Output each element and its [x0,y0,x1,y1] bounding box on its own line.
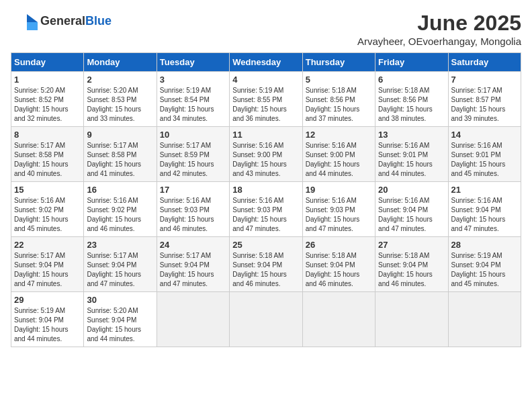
day-number: 10 [160,130,226,140]
day-info: Sunrise: 5:19 AMSunset: 9:04 PMDaylight:… [451,251,518,289]
calendar-week-row: 1Sunrise: 5:20 AMSunset: 8:52 PMDaylight… [11,72,521,127]
calendar-header-row: SundayMondayTuesdayWednesdayThursdayFrid… [11,53,521,72]
calendar-cell: 2Sunrise: 5:20 AMSunset: 8:53 PMDaylight… [84,72,157,127]
day-number: 17 [160,185,226,195]
calendar-cell: 3Sunrise: 5:19 AMSunset: 8:54 PMDaylight… [157,72,229,127]
calendar-cell: 4Sunrise: 5:19 AMSunset: 8:55 PMDaylight… [230,72,302,127]
day-info: Sunrise: 5:19 AMSunset: 8:54 PMDaylight:… [160,86,226,124]
day-number: 4 [232,75,299,85]
day-info: Sunrise: 5:18 AMSunset: 9:04 PMDaylight:… [232,251,299,289]
calendar-cell: 30Sunrise: 5:20 AMSunset: 9:04 PMDayligh… [84,292,157,347]
day-info: Sunrise: 5:18 AMSunset: 9:04 PMDaylight:… [378,251,445,289]
day-info: Sunrise: 5:17 AMSunset: 8:57 PMDaylight:… [451,86,518,124]
day-info: Sunrise: 5:16 AMSunset: 9:04 PMDaylight:… [451,196,518,234]
calendar-cell [302,292,375,347]
day-info: Sunrise: 5:19 AMSunset: 8:55 PMDaylight:… [232,86,299,124]
svg-marker-0 [27,14,38,22]
day-number: 9 [87,130,153,140]
day-info: Sunrise: 5:18 AMSunset: 8:56 PMDaylight:… [306,86,372,124]
day-info: Sunrise: 5:16 AMSunset: 9:03 PMDaylight:… [232,196,299,234]
calendar-cell: 28Sunrise: 5:19 AMSunset: 9:04 PMDayligh… [448,237,521,292]
calendar-cell: 20Sunrise: 5:16 AMSunset: 9:04 PMDayligh… [375,182,448,237]
day-number: 14 [451,130,518,140]
title-area: June 2025 Arvayheer, OEvoerhangay, Mongo… [357,11,521,47]
day-number: 25 [232,240,299,250]
day-number: 26 [306,240,372,250]
day-info: Sunrise: 5:17 AMSunset: 8:58 PMDaylight:… [87,141,153,179]
day-number: 12 [306,130,372,140]
page-header: GeneralBlue June 2025 Arvayheer, OEvoerh… [11,11,521,47]
day-number: 3 [160,75,226,85]
day-info: Sunrise: 5:16 AMSunset: 9:03 PMDaylight:… [160,196,226,234]
day-number: 22 [14,240,81,250]
day-info: Sunrise: 5:17 AMSunset: 9:04 PMDaylight:… [14,251,81,289]
day-info: Sunrise: 5:16 AMSunset: 9:03 PMDaylight:… [306,196,372,234]
calendar-cell: 27Sunrise: 5:18 AMSunset: 9:04 PMDayligh… [375,237,448,292]
day-number: 6 [378,75,445,85]
calendar-cell: 23Sunrise: 5:17 AMSunset: 9:04 PMDayligh… [84,237,157,292]
calendar-cell: 6Sunrise: 5:18 AMSunset: 8:56 PMDaylight… [375,72,448,127]
day-info: Sunrise: 5:18 AMSunset: 9:04 PMDaylight:… [306,251,372,289]
calendar-day-header: Sunday [11,53,84,72]
day-number: 5 [306,75,372,85]
day-number: 23 [87,240,153,250]
day-number: 15 [14,185,81,195]
calendar-day-header: Wednesday [230,53,302,72]
calendar-cell [230,292,302,347]
calendar-cell: 16Sunrise: 5:16 AMSunset: 9:02 PMDayligh… [84,182,157,237]
day-number: 13 [378,130,445,140]
day-number: 18 [232,185,299,195]
day-info: Sunrise: 5:16 AMSunset: 9:02 PMDaylight:… [14,196,81,234]
calendar-cell: 9Sunrise: 5:17 AMSunset: 8:58 PMDaylight… [84,127,157,182]
day-number: 29 [14,295,81,305]
calendar-cell: 24Sunrise: 5:17 AMSunset: 9:04 PMDayligh… [157,237,229,292]
calendar-cell: 19Sunrise: 5:16 AMSunset: 9:03 PMDayligh… [302,182,375,237]
svg-marker-1 [27,22,38,30]
day-info: Sunrise: 5:16 AMSunset: 9:02 PMDaylight:… [87,196,153,234]
day-info: Sunrise: 5:17 AMSunset: 8:58 PMDaylight:… [14,141,81,179]
logo-blue: Blue [85,14,112,28]
calendar-cell: 25Sunrise: 5:18 AMSunset: 9:04 PMDayligh… [230,237,302,292]
day-info: Sunrise: 5:18 AMSunset: 8:56 PMDaylight:… [378,86,445,124]
day-number: 16 [87,185,153,195]
calendar-cell [157,292,229,347]
calendar-body: 1Sunrise: 5:20 AMSunset: 8:52 PMDaylight… [11,72,521,347]
calendar-cell: 13Sunrise: 5:16 AMSunset: 9:01 PMDayligh… [375,127,448,182]
day-info: Sunrise: 5:17 AMSunset: 9:04 PMDaylight:… [87,251,153,289]
day-number: 28 [451,240,518,250]
day-info: Sunrise: 5:16 AMSunset: 9:00 PMDaylight:… [232,141,299,179]
calendar-cell: 21Sunrise: 5:16 AMSunset: 9:04 PMDayligh… [448,182,521,237]
calendar-cell [448,292,521,347]
calendar-table: SundayMondayTuesdayWednesdayThursdayFrid… [11,52,521,347]
day-number: 7 [451,75,518,85]
calendar-cell: 14Sunrise: 5:16 AMSunset: 9:01 PMDayligh… [448,127,521,182]
calendar-cell: 8Sunrise: 5:17 AMSunset: 8:58 PMDaylight… [11,127,84,182]
calendar-cell: 12Sunrise: 5:16 AMSunset: 9:00 PMDayligh… [302,127,375,182]
calendar-week-row: 22Sunrise: 5:17 AMSunset: 9:04 PMDayligh… [11,237,521,292]
calendar-title: June 2025 [357,11,521,36]
day-info: Sunrise: 5:17 AMSunset: 9:04 PMDaylight:… [160,251,226,289]
day-info: Sunrise: 5:16 AMSunset: 9:00 PMDaylight:… [306,141,372,179]
day-info: Sunrise: 5:20 AMSunset: 9:04 PMDaylight:… [87,306,153,344]
day-info: Sunrise: 5:16 AMSunset: 9:01 PMDaylight:… [378,141,445,179]
day-info: Sunrise: 5:19 AMSunset: 9:04 PMDaylight:… [14,306,81,344]
day-info: Sunrise: 5:20 AMSunset: 8:53 PMDaylight:… [87,86,153,124]
day-number: 19 [306,185,372,195]
calendar-cell: 1Sunrise: 5:20 AMSunset: 8:52 PMDaylight… [11,72,84,127]
day-number: 20 [378,185,445,195]
calendar-subtitle: Arvayheer, OEvoerhangay, Mongolia [357,36,521,47]
calendar-day-header: Tuesday [157,53,229,72]
calendar-cell: 5Sunrise: 5:18 AMSunset: 8:56 PMDaylight… [302,72,375,127]
calendar-cell: 29Sunrise: 5:19 AMSunset: 9:04 PMDayligh… [11,292,84,347]
calendar-week-row: 29Sunrise: 5:19 AMSunset: 9:04 PMDayligh… [11,292,521,347]
day-number: 24 [160,240,226,250]
day-info: Sunrise: 5:20 AMSunset: 8:52 PMDaylight:… [14,86,81,124]
calendar-day-header: Thursday [302,53,375,72]
day-number: 8 [14,130,81,140]
calendar-week-row: 8Sunrise: 5:17 AMSunset: 8:58 PMDaylight… [11,127,521,182]
calendar-cell: 26Sunrise: 5:18 AMSunset: 9:04 PMDayligh… [302,237,375,292]
calendar-week-row: 15Sunrise: 5:16 AMSunset: 9:02 PMDayligh… [11,182,521,237]
calendar-cell: 15Sunrise: 5:16 AMSunset: 9:02 PMDayligh… [11,182,84,237]
logo-general: General [40,14,85,28]
logo: GeneralBlue [11,11,112,31]
